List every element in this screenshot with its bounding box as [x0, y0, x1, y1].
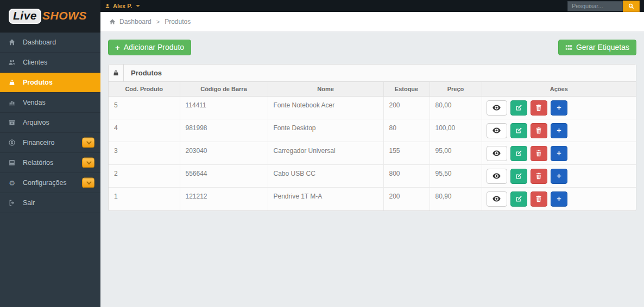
add-stock-button[interactable]: [551, 100, 567, 116]
toolbar: + Adicionar Produto Gerar Etiquetas: [108, 40, 636, 55]
panel-title: Produtos: [124, 65, 169, 81]
user-name: Alex P.: [113, 3, 132, 9]
cell-cod: 3: [109, 142, 180, 165]
search-box: [567, 1, 640, 12]
plus-icon: [556, 196, 562, 202]
chevron-down-icon[interactable]: [82, 158, 94, 168]
sidebar-item-configuracoes[interactable]: ⚙ Configurações: [0, 173, 100, 193]
plus-icon: [556, 105, 562, 111]
shopping-bag-icon: [109, 65, 124, 81]
cell-acoes: [482, 188, 636, 210]
delete-button[interactable]: [531, 146, 547, 161]
sidebar-item-label: Financeiro: [23, 139, 54, 146]
add-stock-button[interactable]: [551, 169, 567, 184]
plus-icon: [556, 173, 562, 179]
sidebar-item-relatorios[interactable]: Relatórios: [0, 153, 100, 173]
sidebar-item-label: Produtos: [23, 79, 53, 86]
user-dropdown[interactable]: Alex P.: [100, 3, 140, 9]
edit-button[interactable]: [510, 123, 527, 138]
search-button[interactable]: [623, 1, 640, 12]
sidebar-item-label: Dashboard: [23, 39, 56, 46]
sidebar-item-clientes[interactable]: Clientes: [0, 53, 100, 73]
cell-estoque: 155: [383, 142, 430, 165]
users-icon: [8, 59, 16, 66]
search-icon: [628, 3, 634, 9]
view-button[interactable]: [487, 100, 507, 116]
view-button[interactable]: [487, 191, 507, 207]
cell-cod: 1: [109, 188, 180, 210]
cell-preco: 80,90: [430, 188, 482, 210]
edit-button[interactable]: [510, 100, 527, 116]
edit-button[interactable]: [510, 146, 527, 161]
cell-preco: 80,00: [430, 97, 482, 119]
home-icon: [109, 18, 116, 25]
view-button[interactable]: [487, 169, 507, 184]
column-header-preco: Preço: [430, 82, 482, 97]
cell-barcode: 556644: [180, 165, 268, 188]
add-stock-button[interactable]: [551, 123, 567, 138]
delete-button[interactable]: [531, 169, 547, 184]
edit-pencil-icon: [515, 150, 522, 157]
sidebar-item-arquivos[interactable]: Arquivos: [0, 113, 100, 133]
eye-icon: [493, 105, 501, 111]
sidebar-item-label: Sair: [23, 199, 35, 207]
column-header-barcode: Código de Barra: [180, 82, 268, 97]
plus-icon: +: [115, 43, 120, 52]
edit-pencil-icon: [515, 195, 522, 202]
cell-nome: Fonte Desktop: [268, 119, 383, 142]
eye-icon: [493, 127, 501, 133]
table-row: 1 121212 Pendrive 1T M-A 200 80,90: [109, 188, 636, 210]
caret-down-icon: [136, 5, 140, 7]
sidebar-item-financeiro[interactable]: Financeiro: [0, 133, 100, 153]
view-button[interactable]: [487, 123, 507, 138]
chevron-down-icon[interactable]: [82, 178, 94, 188]
view-button[interactable]: [487, 146, 507, 161]
cell-barcode: 981998: [180, 119, 268, 142]
chevron-down-icon[interactable]: [82, 138, 94, 148]
generate-labels-button[interactable]: Gerar Etiquetas: [558, 40, 636, 55]
cell-nome: Carregador Universal: [268, 142, 383, 165]
sidebar-item-label: Vendas: [23, 99, 46, 106]
trash-icon: [535, 150, 542, 157]
edit-button[interactable]: [510, 169, 527, 184]
sidebar-item-dashboard[interactable]: Dashboard: [0, 33, 100, 53]
products-table: Cod. Produto Código de Barra Nome Estoqu…: [109, 82, 636, 210]
delete-button[interactable]: [531, 123, 547, 138]
add-stock-button[interactable]: [551, 191, 567, 207]
sidebar-item-sair[interactable]: Sair: [0, 193, 100, 213]
sidebar: Live SHOWS Dashboard Clientes Produtos V…: [0, 0, 100, 307]
trash-icon: [535, 172, 542, 180]
cell-barcode: 121212: [180, 188, 268, 210]
sidebar-item-label: Arquivos: [23, 119, 49, 126]
edit-pencil-icon: [515, 172, 522, 180]
sidebar-item-vendas[interactable]: Vendas: [0, 93, 100, 113]
column-header-estoque: Estoque: [383, 82, 430, 97]
add-product-button[interactable]: + Adicionar Produto: [108, 40, 191, 55]
user-icon: [105, 3, 110, 9]
breadcrumb-current: Produtos: [165, 18, 191, 25]
delete-button[interactable]: [531, 100, 547, 116]
cell-acoes: [482, 165, 636, 188]
add-stock-button[interactable]: [551, 146, 567, 161]
cell-barcode: 114411: [180, 97, 268, 119]
column-header-acoes: Ações: [482, 82, 636, 97]
sidebar-item-produtos[interactable]: Produtos: [0, 73, 100, 93]
breadcrumb-home[interactable]: Dashboard: [109, 18, 151, 25]
plus-icon: [556, 127, 562, 133]
products-panel: Produtos Cod. Produto Código de Barra No…: [108, 64, 636, 211]
breadcrumb-separator: >: [156, 18, 160, 25]
sidebar-item-label: Configurações: [23, 179, 67, 187]
cell-barcode: 203040: [180, 142, 268, 165]
delete-button[interactable]: [531, 191, 547, 207]
cell-estoque: 200: [383, 97, 430, 119]
cell-acoes: [482, 142, 636, 165]
plus-icon: [556, 150, 562, 156]
cell-cod: 5: [109, 97, 180, 119]
search-input[interactable]: [567, 1, 623, 11]
column-header-nome: Nome: [268, 82, 383, 97]
panel-heading: Produtos: [109, 65, 636, 82]
edit-button[interactable]: [510, 191, 527, 207]
cell-cod: 4: [109, 119, 180, 142]
sign-out-icon: [8, 199, 16, 207]
cell-estoque: 200: [383, 188, 430, 210]
